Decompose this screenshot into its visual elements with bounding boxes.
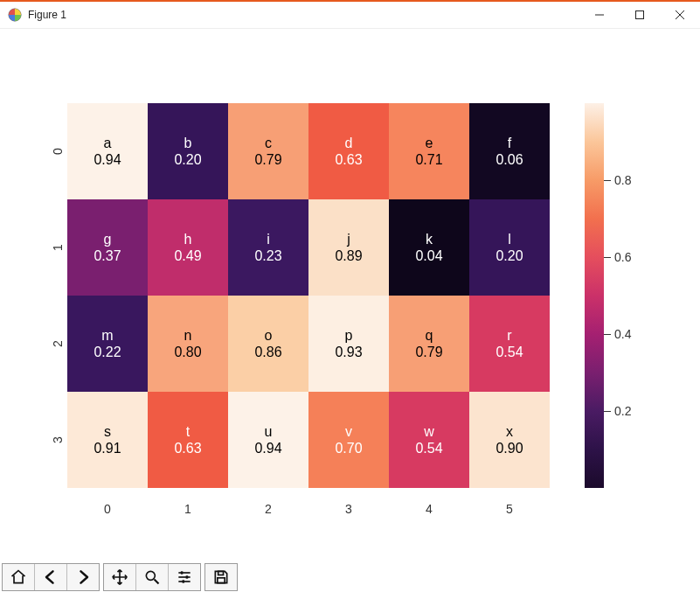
x-tick: 4: [389, 502, 469, 516]
colorbar-tick: 0.4: [604, 327, 631, 341]
heatmap-cell: u0.94: [228, 392, 308, 488]
minimize-button[interactable]: [579, 2, 620, 28]
cell-label: f: [508, 135, 511, 151]
cell-label: c: [265, 135, 272, 151]
home-button[interactable]: [3, 564, 35, 590]
cell-value: 0.20: [174, 151, 201, 168]
svg-rect-2: [636, 11, 644, 19]
svg-rect-13: [218, 571, 224, 575]
cell-label: b: [184, 135, 192, 151]
colorbar-tick-label: 0.8: [614, 173, 631, 187]
cell-label: v: [345, 423, 352, 440]
cell-value: 0.80: [174, 344, 201, 360]
cell-value: 0.89: [335, 247, 362, 264]
cell-value: 0.20: [496, 247, 523, 264]
cell-value: 0.79: [415, 344, 442, 360]
forward-button[interactable]: [67, 564, 99, 590]
heatmap-cell: i0.23: [228, 199, 308, 296]
heatmap-cell: q0.79: [389, 296, 469, 392]
colorbar-tick: 0.8: [604, 173, 631, 187]
cell-value: 0.06: [496, 151, 523, 168]
svg-rect-11: [186, 575, 189, 578]
heatmap-cell: o0.86: [228, 296, 308, 392]
heatmap-cell: w0.54: [389, 392, 469, 488]
cell-label: k: [426, 231, 433, 247]
heatmap-cell: j0.89: [308, 199, 389, 296]
cell-value: 0.86: [254, 344, 281, 360]
colorbar-tick-label: 0.6: [614, 250, 631, 264]
y-tick: 0: [10, 142, 106, 161]
cell-value: 0.23: [254, 247, 281, 264]
cell-value: 0.63: [335, 151, 362, 168]
colorbar-tick-label: 0.2: [614, 404, 631, 418]
zoom-button[interactable]: [136, 564, 169, 590]
heatmap-cell: b0.20: [148, 103, 228, 199]
x-tick: 1: [148, 502, 228, 516]
colorbar-tick-label: 0.4: [614, 327, 631, 341]
cell-label: l: [508, 231, 511, 247]
plot-canvas[interactable]: 0123 a0.94b0.20c0.79d0.63e0.71f0.06g0.37…: [0, 29, 700, 559]
y-tick: 1: [10, 238, 106, 257]
titlebar: Figure 1: [0, 2, 700, 29]
cell-label: r: [507, 327, 511, 344]
cell-label: q: [426, 327, 433, 344]
y-tick: 3: [10, 430, 106, 449]
x-tick: 3: [308, 502, 389, 516]
x-tick: 0: [67, 502, 148, 516]
cell-value: 0.70: [335, 440, 362, 456]
cell-label: o: [265, 327, 273, 344]
cell-label: e: [426, 135, 433, 151]
configure-button[interactable]: [169, 564, 200, 590]
svg-line-6: [155, 580, 159, 584]
back-button[interactable]: [35, 564, 67, 590]
figure-window: Figure 1 0123 a0.94b0.20c0.79d0.63e0.71f…: [0, 0, 700, 599]
close-button[interactable]: [660, 2, 700, 28]
cell-value: 0.94: [254, 440, 281, 456]
heatmap-cell: x0.90: [469, 392, 550, 488]
nav-toolbar: [0, 559, 700, 599]
cell-value: 0.79: [254, 151, 281, 168]
heatmap-cell: e0.71: [389, 103, 469, 199]
cell-label: h: [184, 231, 192, 247]
cell-label: t: [186, 423, 190, 440]
pan-button[interactable]: [104, 564, 136, 590]
window-title: Figure 1: [28, 9, 66, 21]
heatmap-cell: h0.49: [148, 199, 228, 296]
cell-label: j: [347, 231, 350, 247]
heatmap-grid: a0.94b0.20c0.79d0.63e0.71f0.06g0.37h0.49…: [67, 103, 550, 488]
x-tick: 2: [228, 502, 308, 516]
colorbar-gradient: [585, 103, 604, 488]
colorbar-ticks: 0.20.40.60.8: [604, 103, 639, 488]
svg-rect-10: [181, 571, 184, 574]
y-axis: 0123: [48, 103, 67, 488]
heatmap-cell: f0.06: [469, 103, 550, 199]
svg-point-5: [146, 571, 155, 580]
heatmap-cell: c0.79: [228, 103, 308, 199]
cell-value: 0.49: [174, 247, 201, 264]
colorbar: 0.20.40.60.8: [585, 103, 639, 488]
cell-label: i: [267, 231, 270, 247]
heatmap-cell: n0.80: [148, 296, 228, 392]
save-button[interactable]: [205, 564, 237, 590]
cell-label: w: [424, 423, 434, 440]
cell-label: u: [265, 423, 273, 440]
cell-label: d: [345, 135, 353, 151]
x-tick: 5: [469, 502, 550, 516]
heatmap-cell: r0.54: [469, 296, 550, 392]
maximize-button[interactable]: [620, 2, 660, 28]
cell-value: 0.54: [415, 440, 442, 456]
colorbar-tick: 0.2: [604, 404, 631, 418]
cell-value: 0.63: [174, 440, 201, 456]
cell-value: 0.04: [415, 247, 442, 264]
cell-label: x: [506, 423, 513, 440]
cell-label: p: [345, 327, 353, 344]
cell-label: n: [184, 327, 192, 344]
colorbar-tick: 0.6: [604, 250, 631, 264]
svg-rect-12: [183, 580, 185, 582]
cell-value: 0.90: [496, 440, 523, 456]
heatmap-cell: t0.63: [148, 392, 228, 488]
cell-value: 0.71: [415, 151, 442, 168]
x-axis: 012345: [67, 502, 550, 516]
svg-rect-14: [218, 578, 225, 583]
heatmap-cell: v0.70: [308, 392, 389, 488]
